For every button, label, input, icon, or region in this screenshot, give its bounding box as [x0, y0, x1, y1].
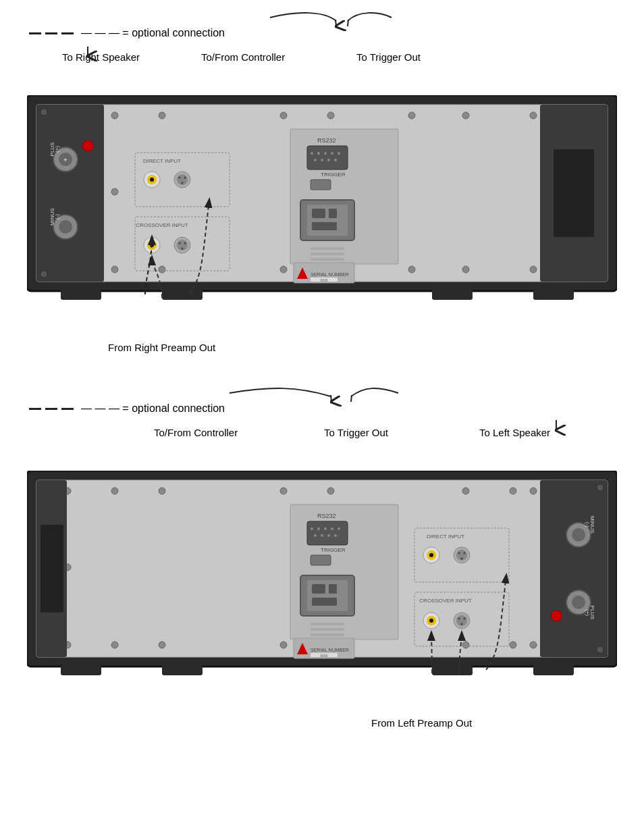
svg-rect-76: [311, 258, 344, 261]
labels-below-2: From Left Preamp Out: [27, 697, 617, 737]
page-container: — — — = optional connection To Right Spe…: [0, 0, 644, 791]
svg-text:+: +: [63, 157, 67, 163]
svg-point-111: [510, 642, 516, 648]
svg-point-13: [530, 112, 537, 119]
svg-rect-68: [311, 180, 331, 190]
svg-point-23: [111, 188, 118, 195]
diagram2-area: To/From Controller To Trigger Out To Lef…: [27, 427, 617, 737]
svg-point-19: [408, 266, 415, 273]
svg-rect-72: [329, 209, 337, 218]
svg-text:0000: 0000: [320, 278, 327, 282]
svg-point-42: [179, 177, 181, 179]
svg-point-137: [334, 534, 337, 537]
svg-point-136: [327, 534, 330, 537]
svg-point-130: [317, 527, 320, 530]
svg-point-131: [324, 527, 327, 530]
svg-point-97: [597, 646, 603, 653]
svg-point-52: [179, 242, 181, 244]
svg-point-20: [462, 266, 469, 273]
svg-point-11: [408, 112, 415, 119]
svg-point-12: [462, 112, 469, 119]
svg-point-171: [464, 618, 466, 620]
svg-point-95: [597, 484, 603, 491]
diagram1: — — — = optional connection To Right Spe…: [27, 27, 617, 362]
svg-rect-83: [554, 149, 594, 237]
labels-below-1: From Right Preamp Out: [27, 321, 617, 362]
diagram1-area: To Right Speaker To/From Controller To T…: [27, 51, 617, 362]
label-from-right-preamp: From Right Preamp Out: [108, 342, 215, 353]
svg-text:SERIAL NUMBER: SERIAL NUMBER: [311, 272, 349, 277]
svg-point-167: [429, 619, 433, 623]
amp1-svg: + PLUS (+) MINUS (-) DIRECT INPUT: [27, 95, 617, 318]
svg-text:RS232: RS232: [317, 137, 336, 144]
svg-point-61: [331, 152, 333, 155]
svg-text:0000: 0000: [320, 654, 327, 658]
svg-point-10: [327, 112, 334, 119]
svg-point-58: [311, 152, 313, 155]
svg-text:SERIAL NUMBER: SERIAL NUMBER: [311, 648, 349, 652]
svg-line-178: [351, 395, 352, 402]
svg-point-123: [551, 610, 562, 621]
svg-point-54: [182, 248, 184, 250]
svg-text:(+): (+): [585, 609, 591, 616]
svg-point-104: [510, 488, 516, 494]
svg-rect-147: [311, 633, 344, 636]
svg-rect-128: [307, 521, 348, 545]
svg-rect-174: [162, 665, 203, 675]
svg-point-110: [462, 642, 469, 648]
svg-point-30: [82, 140, 93, 151]
svg-rect-146: [311, 628, 344, 631]
svg-text:(+): (+): [54, 146, 60, 153]
svg-text:CROSSOVER INPUT: CROSSOVER INPUT: [136, 222, 188, 228]
svg-rect-143: [329, 584, 337, 594]
svg-rect-84: [61, 290, 101, 300]
svg-point-64: [321, 159, 323, 161]
svg-rect-73: [312, 222, 337, 230]
svg-point-116: [572, 528, 585, 542]
svg-point-114: [530, 642, 537, 648]
svg-point-162: [461, 558, 463, 560]
svg-text:RS232: RS232: [317, 513, 336, 519]
svg-point-66: [334, 159, 337, 161]
svg-point-134: [314, 534, 317, 537]
svg-rect-173: [61, 665, 101, 675]
svg-point-8: [159, 112, 165, 119]
svg-point-63: [314, 159, 317, 161]
svg-point-135: [321, 534, 323, 537]
svg-point-5: [41, 271, 47, 278]
svg-point-39: [150, 178, 154, 182]
svg-text:TRIGGER: TRIGGER: [321, 172, 346, 178]
svg-rect-2: [36, 105, 104, 282]
svg-line-90: [348, 20, 348, 26]
svg-rect-175: [432, 665, 473, 675]
labels-above-2: To/From Controller To Trigger Out To Lef…: [27, 427, 617, 471]
svg-point-7: [111, 112, 118, 119]
svg-rect-85: [162, 290, 203, 300]
svg-point-101: [280, 488, 287, 494]
svg-rect-144: [312, 598, 337, 606]
diagram2: — — — = optional connection To/From Cont…: [27, 402, 617, 737]
svg-point-65: [327, 159, 330, 161]
svg-rect-93: [540, 480, 608, 657]
svg-point-161: [464, 552, 466, 554]
svg-point-113: [530, 488, 537, 494]
svg-point-9: [280, 112, 287, 119]
svg-point-43: [184, 177, 186, 179]
svg-text:(-): (-): [585, 522, 591, 527]
svg-text:(-): (-): [54, 214, 60, 219]
svg-point-17: [280, 266, 287, 273]
svg-point-32: [59, 220, 72, 234]
svg-rect-71: [312, 209, 325, 218]
svg-point-107: [159, 642, 165, 648]
svg-point-160: [458, 552, 460, 554]
svg-line-89: [336, 20, 336, 26]
svg-point-16: [159, 266, 165, 273]
svg-rect-75: [311, 253, 344, 255]
svg-point-3: [41, 109, 47, 115]
svg-line-177: [331, 395, 331, 402]
svg-point-106: [111, 642, 118, 648]
labels-above-1: To Right Speaker To/From Controller To T…: [27, 51, 617, 95]
svg-point-120: [572, 596, 585, 609]
svg-point-59: [317, 152, 320, 155]
svg-point-21: [530, 266, 537, 273]
